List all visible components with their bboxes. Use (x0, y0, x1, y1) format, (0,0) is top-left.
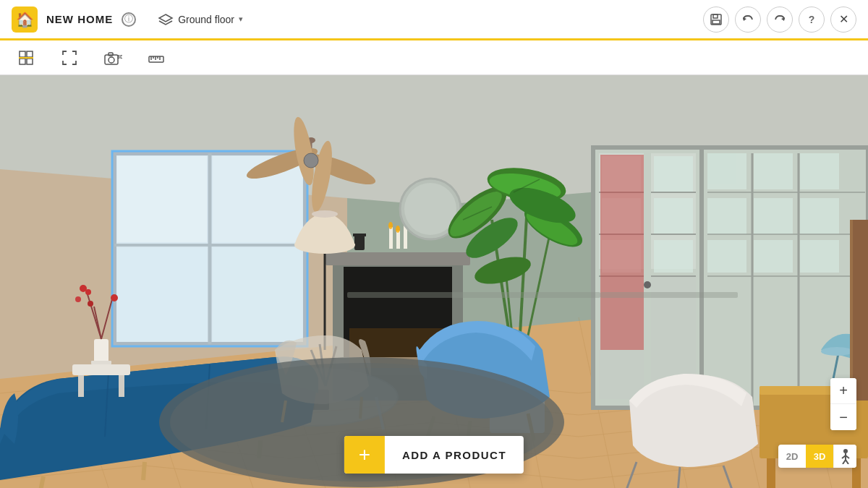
svg-point-175 (85, 289, 91, 295)
svg-rect-105 (654, 156, 693, 192)
svg-rect-122 (754, 240, 793, 273)
svg-rect-2 (713, 14, 718, 18)
svg-point-80 (304, 153, 318, 168)
svg-point-178 (75, 296, 81, 302)
svg-rect-120 (754, 153, 793, 189)
svg-rect-87 (396, 231, 400, 249)
fullscreen-button[interactable] (55, 45, 84, 71)
svg-rect-121 (754, 198, 793, 234)
svg-rect-131 (600, 155, 644, 350)
svg-marker-4 (743, 17, 746, 21)
svg-rect-167 (78, 375, 84, 397)
svg-line-164 (143, 462, 145, 480)
redo-button[interactable] (767, 7, 793, 33)
svg-line-210 (846, 460, 848, 464)
svg-point-95 (404, 183, 456, 235)
svg-rect-69 (117, 156, 207, 242)
svg-text:3D: 3D (117, 54, 122, 59)
svg-point-137 (312, 210, 338, 218)
svg-rect-123 (800, 153, 839, 189)
svg-rect-7 (27, 51, 33, 57)
svg-marker-5 (781, 17, 785, 21)
svg-rect-125 (800, 240, 839, 273)
app-title: NEW HOME (46, 13, 113, 25)
zoom-in-button[interactable]: + (830, 378, 856, 404)
svg-rect-3 (712, 20, 720, 24)
add-icon: + (344, 436, 385, 474)
svg-rect-170 (91, 361, 111, 364)
svg-point-90 (396, 226, 400, 233)
measure-button[interactable] (142, 45, 171, 71)
svg-point-176 (111, 294, 118, 301)
person-view-button[interactable] (833, 445, 856, 468)
room-canvas: + − 2D 3D + ADD A PRODUC (0, 75, 868, 488)
close-button[interactable]: ✕ (830, 7, 856, 33)
svg-rect-204 (600, 292, 738, 298)
svg-rect-8 (20, 59, 25, 64)
floor-layers-icon (158, 12, 174, 27)
svg-rect-92 (354, 234, 365, 250)
svg-point-205 (843, 449, 848, 453)
svg-rect-203 (347, 292, 600, 298)
info-icon[interactable]: ⓘ (122, 12, 136, 27)
floor-chevron: ▾ (239, 14, 243, 24)
svg-rect-93 (353, 234, 366, 236)
2d-mode-button[interactable]: 2D (778, 445, 806, 468)
svg-rect-202 (850, 220, 853, 401)
svg-rect-72 (213, 248, 302, 341)
camera3d-button[interactable]: 3D (98, 45, 127, 71)
svg-marker-0 (159, 14, 172, 22)
svg-rect-106 (654, 198, 693, 234)
add-product-button[interactable]: + ADD A PRODUCT (344, 436, 524, 474)
svg-point-89 (388, 222, 393, 229)
undo-button[interactable] (735, 7, 761, 33)
help-button[interactable]: ? (799, 7, 825, 33)
add-product-label: ADD A PRODUCT (385, 449, 524, 461)
svg-rect-9 (27, 59, 33, 64)
svg-rect-117 (707, 153, 746, 189)
svg-rect-13 (109, 53, 113, 56)
svg-point-200 (821, 347, 853, 356)
svg-rect-124 (800, 198, 839, 234)
svg-rect-166 (72, 364, 130, 375)
svg-point-114 (644, 281, 651, 288)
floor-label: Ground floor (178, 14, 234, 25)
main-3d-view[interactable]: + − 2D 3D + ADD A PRODUC (0, 75, 868, 488)
svg-rect-169 (94, 339, 109, 364)
floor-selector[interactable]: Ground floor ▾ (150, 9, 250, 30)
view-mode-toggle: 2D 3D (778, 445, 856, 468)
svg-rect-86 (389, 227, 393, 249)
svg-rect-197 (767, 458, 775, 488)
grid-toggle-button[interactable] (12, 45, 41, 71)
save-button[interactable] (703, 7, 729, 33)
svg-point-12 (109, 57, 114, 63)
top-right-actions: ? ✕ (703, 7, 856, 33)
top-bar: 🏠 NEW HOME ⓘ Ground floor ▾ (0, 0, 868, 40)
svg-rect-6 (20, 51, 25, 57)
svg-rect-118 (707, 198, 746, 234)
toolbar: 3D (0, 40, 868, 75)
zoom-controls: + − (830, 378, 856, 430)
svg-rect-168 (119, 375, 124, 397)
logo-icon: 🏠 (12, 7, 38, 33)
svg-rect-119 (707, 240, 746, 273)
zoom-out-button[interactable]: − (830, 404, 856, 430)
3d-mode-button[interactable]: 3D (806, 445, 833, 468)
svg-rect-107 (654, 240, 693, 273)
svg-point-177 (88, 301, 93, 307)
svg-rect-201 (852, 220, 868, 401)
svg-rect-83 (326, 252, 470, 265)
svg-rect-71 (117, 248, 207, 341)
